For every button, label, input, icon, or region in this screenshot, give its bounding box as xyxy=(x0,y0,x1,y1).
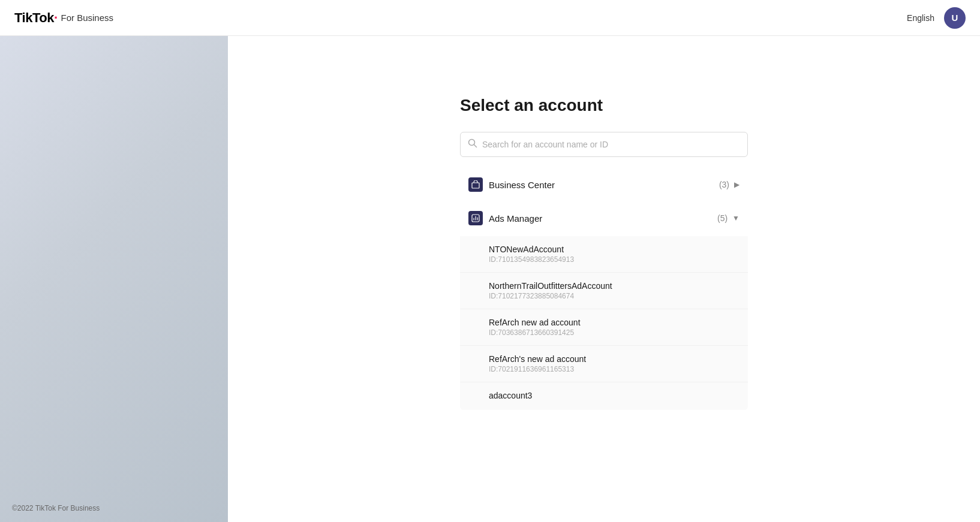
account-id: ID:7036386713660391425 xyxy=(489,328,737,337)
header: TikTok· For Business English U xyxy=(0,0,980,36)
logo-brand: TikTok· xyxy=(14,10,58,26)
logo: TikTok· For Business xyxy=(14,10,113,26)
hero-illustration xyxy=(22,193,190,385)
svg-line-2 xyxy=(474,145,477,147)
select-container: Select an account xyxy=(460,96,748,412)
logo-subtitle: For Business xyxy=(61,13,114,23)
ads-manager-count: (5) xyxy=(717,213,728,223)
language-button[interactable]: English xyxy=(907,13,934,23)
left-panel: ©2022 TikTok For Business xyxy=(0,36,228,522)
search-icon xyxy=(468,138,477,150)
account-list: NTONewAdAccount ID:7101354983823654913 N… xyxy=(460,236,748,410)
user-avatar[interactable]: U xyxy=(944,7,966,29)
search-input[interactable] xyxy=(482,140,740,149)
list-item[interactable]: NTONewAdAccount ID:7101354983823654913 xyxy=(460,236,748,273)
svg-rect-3 xyxy=(472,183,479,188)
list-item[interactable]: RefArch new ad account ID:70363867136603… xyxy=(460,309,748,346)
right-panel: Select an account xyxy=(228,36,980,522)
account-name: RefArch's new ad account xyxy=(489,354,737,364)
business-center-icon xyxy=(468,177,483,192)
account-name: NorthernTrailOutfittersAdAccount xyxy=(489,281,737,291)
page-title: Select an account xyxy=(460,96,748,115)
business-center-chevron: ▶ xyxy=(734,180,739,189)
account-name: NTONewAdAccount xyxy=(489,245,737,254)
business-center-label: Business Center xyxy=(489,180,719,190)
ads-manager-label: Ads Manager xyxy=(489,213,717,224)
business-center-row[interactable]: Business Center (3) ▶ xyxy=(460,169,748,200)
list-item[interactable]: RefArch's new ad account ID:702191163696… xyxy=(460,346,748,382)
footer-copyright: ©2022 TikTok For Business xyxy=(12,504,100,512)
account-id: ID:7101354983823654913 xyxy=(489,255,737,264)
ads-manager-icon xyxy=(468,211,483,225)
list-item[interactable]: adaccount3 xyxy=(460,382,748,410)
main-layout: ©2022 TikTok For Business Select an acco… xyxy=(0,0,980,522)
language-label: English xyxy=(907,13,934,23)
account-name: adaccount3 xyxy=(489,391,737,400)
list-item[interactable]: NorthernTrailOutfittersAdAccount ID:7102… xyxy=(460,273,748,309)
svg-point-0 xyxy=(107,273,134,299)
search-box[interactable] xyxy=(460,132,748,157)
header-right: English U xyxy=(907,7,966,29)
account-id: ID:7021911636961165313 xyxy=(489,365,737,373)
ads-manager-row[interactable]: Ads Manager (5) ▼ xyxy=(460,203,748,234)
account-name: RefArch new ad account xyxy=(489,318,737,327)
ads-manager-chevron: ▼ xyxy=(732,214,739,222)
account-id: ID:7102177323885084674 xyxy=(489,292,737,300)
avatar-initial: U xyxy=(952,13,958,23)
business-center-count: (3) xyxy=(719,180,729,189)
